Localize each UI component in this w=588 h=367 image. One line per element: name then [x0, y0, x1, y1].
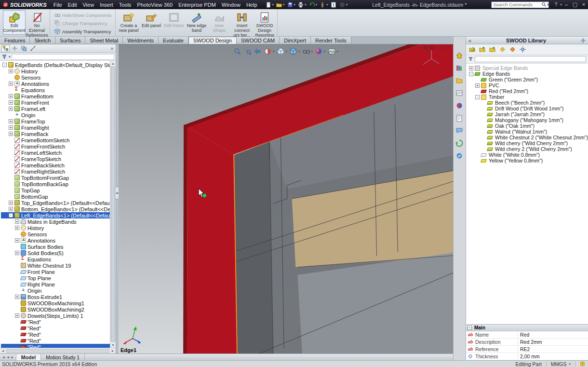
- print-button[interactable]: ▾: [297, 1, 307, 8]
- dropdown-arrow-icon[interactable]: ▾: [337, 50, 339, 54]
- feature-tree-item[interactable]: FrameBottomSketch: [1, 137, 110, 143]
- edge-selection-handle[interactable]: [203, 194, 206, 197]
- more-tabs-icon[interactable]: »: [110, 46, 114, 51]
- expand-icon[interactable]: +: [9, 119, 13, 123]
- tab-sheet-metal[interactable]: Sheet Metal: [85, 37, 123, 44]
- library-tree-item[interactable]: -Timber: [468, 94, 588, 100]
- scrollbar-thumb[interactable]: [111, 67, 115, 342]
- new-edge-band-button[interactable]: New edge band: [185, 10, 208, 35]
- dropdown-arrow-icon[interactable]: ▾: [311, 50, 313, 54]
- scroll-left-icon[interactable]: ◄: [0, 348, 6, 353]
- feature-tree-item[interactable]: FrameLeftSketch: [1, 150, 110, 156]
- collapse-icon[interactable]: -: [475, 95, 480, 99]
- expand-icon[interactable]: +: [15, 313, 19, 318]
- library-tree-item[interactable]: Wild cherry 2 ("Wild Cherry 2mm"): [468, 146, 588, 152]
- view-orientation-button[interactable]: ▾: [276, 47, 287, 55]
- assembly-transparency-button[interactable]: Assembly Transparency: [52, 27, 113, 35]
- scroll-up-icon[interactable]: ▲: [110, 61, 116, 66]
- expand-icon[interactable]: +: [15, 295, 19, 299]
- rebuild-button[interactable]: ▾: [319, 1, 328, 8]
- filter-dropdown-icon[interactable]: ▾: [9, 55, 11, 59]
- library-tree-item[interactable]: Red ("Red 2mm"): [468, 88, 588, 94]
- property-value[interactable]: Red 2mm: [518, 339, 588, 345]
- property-row[interactable]: Thickness2,00 mm: [466, 353, 588, 360]
- file-explorer-tab[interactable]: [455, 76, 464, 85]
- feature-tree-item[interactable]: FrameTopSketch: [1, 156, 110, 162]
- tab-scroll-buttons[interactable]: ◄ ◄ ►: [0, 354, 16, 360]
- library-gear-icon[interactable]: [578, 38, 588, 43]
- feature-tree-item[interactable]: BottomGap: [1, 193, 110, 200]
- property-value[interactable]: RE2: [518, 346, 588, 352]
- feature-tree-item[interactable]: +Annotations: [1, 237, 110, 244]
- feature-tree-item[interactable]: +Dowels(Steps_Limits) 1: [1, 313, 110, 319]
- feature-tree-hscrollbar[interactable]: ◄ ►: [0, 348, 116, 353]
- menu-tools[interactable]: Tools: [116, 2, 134, 8]
- expand-icon[interactable]: +: [15, 251, 19, 255]
- search-commands-input[interactable]: [492, 2, 541, 7]
- expand-icon[interactable]: +: [469, 66, 473, 70]
- feature-tree-item[interactable]: -Left_EdgeBands<1> (Default<<Default>_Di…: [1, 212, 110, 218]
- menu-help[interactable]: Help: [243, 2, 260, 8]
- hscrollbar-track[interactable]: [6, 349, 109, 353]
- minimize-button[interactable]: –: [562, 0, 571, 9]
- solidworks-logo[interactable]: SOLIDWORKS: [0, 1, 51, 8]
- feature-tree-item[interactable]: Sensors: [1, 74, 110, 81]
- new-document-button[interactable]: ▾: [265, 1, 274, 8]
- tab-scroll-right-icon[interactable]: ►: [11, 355, 14, 359]
- import-library-button[interactable]: [508, 45, 517, 54]
- edge-band-left[interactable]: [187, 127, 237, 353]
- tab-motion-study-1[interactable]: Motion Study 1: [41, 354, 85, 360]
- tab-scroll-left-icon[interactable]: ◄: [6, 355, 10, 359]
- feature-tree-item[interactable]: Origin: [1, 287, 110, 294]
- dropdown-arrow-icon[interactable]: ▾: [324, 50, 326, 54]
- section-view-button[interactable]: ▾: [264, 47, 275, 55]
- collapse-panel-icon[interactable]: «: [466, 38, 474, 43]
- feature-tree-item[interactable]: Front Plane: [1, 269, 110, 275]
- expand-icon[interactable]: +: [9, 94, 13, 98]
- feature-tree-scrollbar[interactable]: ▲ ▼: [110, 61, 116, 348]
- units-dropdown-icon[interactable]: ▾: [569, 362, 571, 366]
- edge-band-left-side[interactable]: [183, 124, 187, 353]
- tab-sketch[interactable]: Sketch: [30, 37, 55, 44]
- view-palette-tab[interactable]: [455, 89, 464, 97]
- propertymanager-tab[interactable]: [11, 45, 19, 52]
- feature-tree-item[interactable]: +FrameBack: [1, 131, 110, 137]
- graphics-area[interactable]: ▾▾▾▾▾▾ ▤ ▥ – ▢ × Edge1: [119, 44, 453, 353]
- zoom-area-button[interactable]: [243, 47, 252, 55]
- feature-tree-item[interactable]: +Bottom_EdgeBands<1> (Default<<Default>_…: [1, 206, 110, 212]
- feature-tree-item[interactable]: SWOODBoxMachining1: [1, 300, 110, 306]
- collapse-icon[interactable]: -: [9, 213, 13, 217]
- open-library-folder-button[interactable]: [478, 45, 487, 54]
- file-properties-button[interactable]: [330, 1, 337, 8]
- library-filter-input[interactable]: [475, 56, 586, 62]
- library-tree-item[interactable]: +Special Edge Bands: [468, 65, 588, 71]
- library-tree-item[interactable]: Wild cherry ("Wild Cherry 2mm"): [468, 140, 588, 146]
- feature-tree-item[interactable]: -EdgeBands (Default<Default_Display Stat…: [1, 62, 110, 68]
- library-tree-item[interactable]: Beech ("Beech 2mm"): [468, 100, 588, 106]
- feature-tree-item[interactable]: Sensors: [1, 231, 110, 237]
- feature-tree-item[interactable]: +FrameBottom: [1, 93, 110, 99]
- property-row[interactable]: abDescriptionRed 2mm: [466, 339, 588, 346]
- scroll-down-icon[interactable]: ▼: [110, 342, 116, 348]
- swood-services-tab[interactable]: [455, 151, 464, 160]
- feature-tree-item[interactable]: SWOODBoxMachining2: [1, 306, 110, 313]
- library-tree-item[interactable]: Drift Wood ("Drift Wood 1mm"): [468, 106, 588, 111]
- edit-component-button[interactable]: Edit Component: [3, 10, 26, 35]
- featuremanager-tab[interactable]: [1, 45, 10, 52]
- units-selector[interactable]: MMGS: [551, 361, 567, 367]
- property-row[interactable]: abReferenceRE2: [466, 346, 588, 353]
- library-tree-item[interactable]: Yellow ("Yellow 0.8mm"): [468, 158, 588, 163]
- feature-tree-item[interactable]: +Mates in EdgeBands: [1, 218, 110, 225]
- model-3d-view[interactable]: [119, 44, 453, 353]
- feature-tree-item[interactable]: +Solid Bodies(5): [1, 250, 110, 256]
- dropdown-arrow-icon[interactable]: ▾: [285, 50, 287, 54]
- library-tree-item[interactable]: -Edge Bands: [468, 71, 588, 77]
- feature-tree-item[interactable]: +History: [1, 68, 110, 74]
- edit-appearance-button[interactable]: ▾: [315, 47, 326, 55]
- library-tree-item[interactable]: Jarrah ("Jarrah 2mm"): [468, 111, 588, 117]
- feature-tree-item[interactable]: "Red": [1, 338, 110, 344]
- library-tree-item[interactable]: Mahogany ("Mahogany 1mm"): [468, 117, 588, 123]
- expand-icon[interactable]: +: [475, 83, 480, 88]
- feature-tree-item[interactable]: +FrameFront: [1, 99, 110, 106]
- feature-tree-item[interactable]: +Annotations: [1, 81, 110, 87]
